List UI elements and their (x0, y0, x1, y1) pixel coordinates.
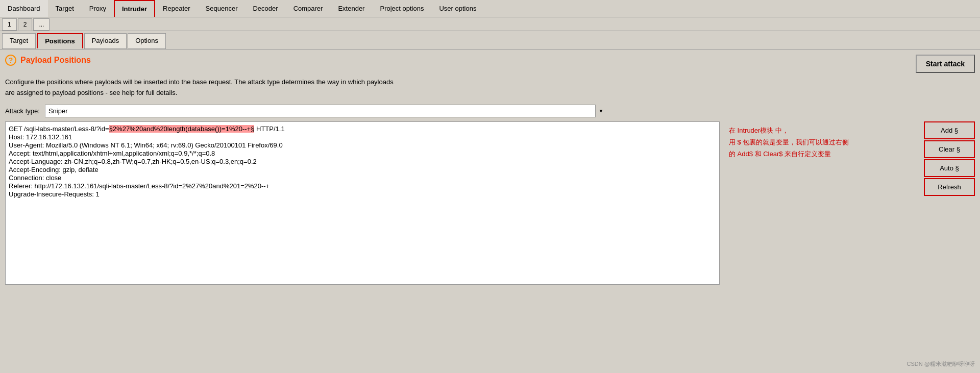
tab-proxy[interactable]: Proxy (82, 0, 114, 17)
section-title-text: Payload Positions (20, 56, 91, 65)
clear-button[interactable]: Clear § (924, 140, 975, 158)
attack-type-row: Attack type: Sniper Battering ram Pitchf… (5, 105, 975, 117)
tab-target[interactable]: Target (48, 0, 82, 17)
tab-user-options[interactable]: User options (431, 0, 484, 17)
tab-intruder[interactable]: Intruder (114, 0, 155, 17)
page-tab-target[interactable]: Target (2, 33, 36, 49)
request-line3: User-Agent: Mozilla/5.0 (Windows NT 6.1;… (9, 141, 283, 149)
description-line1: Configure the positions where payloads w… (5, 78, 394, 86)
page-tab-options[interactable]: Options (128, 33, 166, 49)
request-editor[interactable]: GET /sqli-labs-master/Less-8/?id=§2%27%2… (5, 121, 720, 285)
request-line7: Connection: close (9, 174, 61, 182)
help-icon[interactable]: ? (5, 55, 16, 66)
annotation-line2: 用 $ 包裹的就是变量，我们可以通过右侧 (729, 136, 915, 148)
refresh-button[interactable]: Refresh (924, 178, 975, 196)
page-tab-bar: Target Positions Payloads Options (0, 31, 980, 49)
request-line5: Accept-Language: zh-CN,zh;q=0.8,zh-TW;q=… (9, 158, 257, 165)
annotation-line1: 在 Intruder模块 中， (729, 125, 915, 136)
attack-type-label: Attack type: (5, 107, 40, 115)
tab-extender[interactable]: Extender (330, 0, 372, 17)
description: Configure the positions where payloads w… (5, 77, 694, 98)
tab-sequencer[interactable]: Sequencer (198, 0, 246, 17)
request-line9: Upgrade-Insecure-Requests: 1 (9, 190, 100, 198)
auto-button[interactable]: Auto § (924, 159, 975, 177)
tab-comparer[interactable]: Comparer (286, 0, 331, 17)
watermark: CSDN @糯米滋粑咿呀咿呀 (907, 360, 975, 368)
subtab-bar: 1 2 ... (0, 17, 980, 31)
main-content: ? Payload Positions Start attack Configu… (0, 49, 980, 290)
request-line6: Accept-Encoding: gzip, deflate (9, 166, 99, 173)
menu-bar: Dashboard Target Proxy Intruder Repeater… (0, 0, 980, 17)
attack-type-select-wrapper: Sniper Battering ram Pitchfork Cluster b… (45, 105, 606, 117)
tab-project-options[interactable]: Project options (372, 0, 431, 17)
page-tab-payloads[interactable]: Payloads (84, 33, 127, 49)
request-line4: Accept: text/html,application/xhtml+xml,… (9, 150, 215, 157)
annotation-line3: 的 Add$ 和 Clear$ 来自行定义变量 (729, 148, 915, 160)
header-row: ? Payload Positions Start attack (5, 55, 975, 73)
tab-decoder[interactable]: Decoder (245, 0, 285, 17)
description-line2: are assigned to payload positions - see … (5, 89, 177, 96)
annotation-box: 在 Intruder模块 中， 用 $ 包裹的就是变量，我们可以通过右侧 的 A… (725, 121, 919, 163)
request-line2: Host: 172.16.132.161 (9, 133, 72, 141)
request-line1-after: HTTP/1.1 (254, 125, 284, 133)
editor-row: GET /sqli-labs-master/Less-8/?id=§2%27%2… (5, 121, 975, 285)
request-line8: Referer: http://172.16.132.161/sqli-labs… (9, 182, 270, 190)
attack-type-select[interactable]: Sniper Battering ram Pitchfork Cluster b… (45, 105, 606, 117)
section-title: ? Payload Positions (5, 55, 91, 66)
request-highlight: §2%27%20and%20length(database())=1%20--+… (109, 125, 255, 133)
request-line1-before: GET /sqli-labs-master/Less-8/?id= (9, 125, 109, 133)
subtab-2[interactable]: 2 (18, 18, 33, 31)
add-button[interactable]: Add § (924, 121, 975, 139)
tab-repeater[interactable]: Repeater (155, 0, 198, 17)
subtab-1[interactable]: 1 (2, 18, 17, 31)
page-tab-positions[interactable]: Positions (37, 33, 83, 49)
tab-dashboard[interactable]: Dashboard (0, 0, 48, 17)
start-attack-button[interactable]: Start attack (916, 55, 975, 73)
right-buttons: Add § Clear § Auto § Refresh (924, 121, 975, 196)
subtab-dots[interactable]: ... (33, 18, 50, 31)
